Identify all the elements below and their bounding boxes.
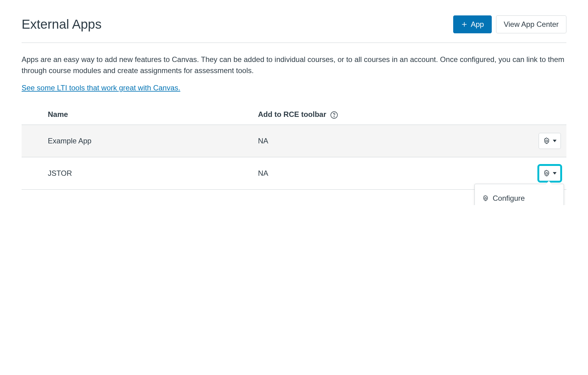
svg-point-4 [546, 140, 548, 142]
svg-point-3 [334, 116, 334, 117]
app-actions-cell: Configure Placements [529, 157, 566, 189]
page-title: External Apps [22, 17, 101, 32]
help-icon[interactable] [330, 111, 338, 119]
settings-dropdown: Configure Placements [474, 184, 564, 205]
svg-point-5 [546, 172, 548, 174]
lti-tools-link[interactable]: See some LTI tools that work great with … [22, 84, 180, 92]
add-app-button[interactable]: App [453, 15, 492, 33]
add-app-label: App [471, 20, 484, 29]
app-name-cell: Example App [22, 125, 258, 157]
dropdown-pointer [546, 181, 552, 184]
dropdown-configure-label: Configure [493, 194, 525, 203]
plus-icon [461, 21, 468, 28]
column-header-actions [529, 105, 566, 125]
apps-table: Name Add to RCE toolbar Example App NA [22, 105, 566, 190]
column-header-rce-label: Add to RCE toolbar [258, 110, 326, 118]
page-header: External Apps App View App Center [22, 15, 566, 43]
dropdown-item-configure[interactable]: Configure [475, 190, 564, 205]
view-app-center-label: View App Center [504, 20, 559, 29]
gear-icon [482, 195, 489, 202]
view-app-center-button[interactable]: View App Center [496, 15, 566, 33]
table-row: Example App NA [22, 125, 566, 157]
svg-point-6 [485, 197, 487, 199]
chevron-down-icon [553, 140, 557, 142]
gear-icon [543, 170, 550, 177]
gear-icon [543, 137, 550, 145]
app-actions-cell [529, 125, 566, 157]
app-settings-button[interactable] [539, 165, 561, 181]
app-settings-button[interactable] [539, 133, 561, 149]
description-text: Apps are an easy way to add new features… [22, 54, 566, 76]
column-header-name: Name [22, 105, 258, 125]
table-row: JSTOR NA [22, 157, 566, 189]
app-settings-wrapper: Configure Placements [539, 165, 561, 181]
app-rce-cell: NA [258, 125, 529, 157]
chevron-down-icon [553, 172, 557, 175]
header-actions: App View App Center [453, 15, 566, 33]
column-header-rce: Add to RCE toolbar [258, 105, 529, 125]
app-name-cell: JSTOR [22, 157, 258, 189]
